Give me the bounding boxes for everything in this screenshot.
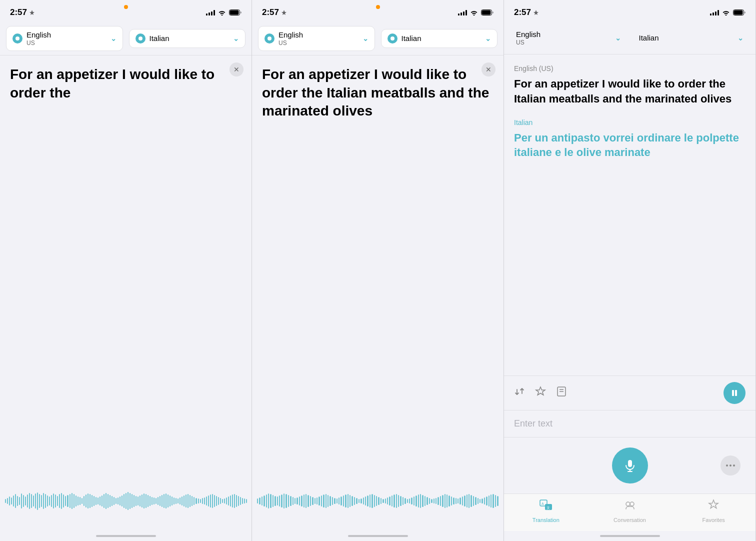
mic-icon (623, 458, 637, 472)
wave-bar (25, 496, 26, 506)
wave-bar (15, 494, 16, 508)
orange-dot-2 (376, 5, 380, 9)
wave-bar (296, 498, 298, 504)
wave-bar (220, 498, 221, 504)
lang-btn-english-2[interactable]: English US ⌄ (258, 26, 375, 51)
tab-conversation[interactable]: Conversation (588, 498, 672, 523)
action-bar (504, 376, 756, 410)
lang-btn-italian-3[interactable]: Italian ⌄ (633, 30, 750, 46)
wave-bar (321, 496, 322, 506)
wave-bar (132, 494, 132, 508)
wave-bar (180, 498, 180, 504)
wave-bar (33, 496, 34, 506)
wave-bar (334, 498, 335, 504)
tab-conversation-label: Conversation (614, 517, 646, 523)
tab-favorites[interactable]: Favorites (672, 498, 756, 523)
wave-bar (367, 496, 368, 506)
wave-bar (418, 494, 419, 508)
wave-bar (482, 498, 482, 504)
wave-bar (308, 495, 308, 507)
wave-bar (9, 496, 10, 506)
wifi-icon-1 (218, 10, 226, 16)
more-button[interactable] (720, 456, 740, 476)
wave-bar (380, 498, 382, 504)
wave-bar (78, 496, 78, 506)
book-icon[interactable] (556, 386, 567, 400)
wave-bar (146, 494, 146, 508)
wave-bar (74, 494, 74, 508)
wave-bar (279, 496, 280, 506)
lang-sub-en-3: US (516, 39, 611, 46)
wave-bar (431, 499, 432, 503)
wave-bar (17, 496, 18, 506)
wave-bar (192, 496, 192, 506)
lang-btn-italian-2[interactable]: Italian ⌄ (381, 29, 498, 48)
wave-bar (475, 497, 476, 505)
wave-bar (190, 495, 190, 507)
wave-bar (168, 494, 168, 508)
lang-btn-italian-1[interactable]: Italian ⌄ (129, 29, 246, 48)
wave-bar (82, 498, 82, 504)
favorites-tab-icon (706, 498, 720, 515)
wave-bar (194, 497, 194, 505)
wave-bar (488, 496, 490, 506)
wave-bar (404, 498, 406, 504)
wave-bar (51, 495, 52, 507)
wave-bar (411, 498, 412, 504)
wave-bar (184, 496, 184, 506)
mic-button[interactable] (612, 448, 648, 484)
wave-bar (45, 494, 46, 508)
wave-bar (120, 496, 120, 506)
swap-icon[interactable] (514, 386, 525, 400)
main-content-2: ✕ For an appetizer I would like to order… (252, 56, 504, 531)
wave-bar (114, 497, 114, 505)
waveform-bars-1 (5, 481, 246, 521)
wave-bar (76, 496, 76, 506)
lang-sub-en-2: US (278, 40, 358, 46)
wave-bar (400, 496, 401, 506)
lang-name-en-2: English (278, 30, 358, 40)
star-icon[interactable] (535, 386, 546, 400)
svg-rect-10 (735, 390, 737, 396)
wave-bar (490, 494, 492, 508)
battery-icon-3 (733, 10, 746, 16)
wave-bar (234, 494, 235, 508)
battery-icon-1 (229, 10, 242, 16)
wave-bar (144, 494, 144, 508)
svg-point-16 (733, 464, 735, 466)
wave-bar (409, 498, 410, 504)
status-bar-1: 2:57 (0, 0, 252, 22)
wave-bar (304, 494, 304, 508)
wave-bar (328, 495, 328, 507)
tab-translation-label: Translation (532, 517, 560, 523)
wave-bar (402, 497, 404, 505)
lang-btn-english-1[interactable]: English US ⌄ (6, 26, 123, 51)
tab-translation[interactable]: A 文 Translation (504, 498, 588, 523)
phone-2: 2:57 (252, 0, 504, 541)
signal-icon-1 (206, 10, 215, 16)
wave-bar (340, 496, 342, 506)
pause-button[interactable] (724, 382, 746, 404)
wave-bar (21, 494, 22, 508)
phone-1: 2:57 (0, 0, 252, 541)
status-icons-2 (458, 10, 494, 16)
lang-btn-english-3[interactable]: English US ⌄ (510, 26, 627, 50)
translation-section: English (US) For an appetizer I would li… (504, 54, 756, 376)
home-indicator-3 (504, 531, 756, 541)
wave-bar (352, 496, 352, 506)
wave-bar (436, 498, 436, 504)
text-input-area[interactable]: Enter text (504, 410, 756, 438)
wave-bar (420, 494, 421, 508)
wave-bar (468, 494, 470, 508)
svg-point-22 (630, 502, 634, 506)
wave-bar (270, 494, 271, 508)
wave-bar (440, 496, 441, 506)
wave-bar (497, 496, 498, 506)
wave-bar (272, 495, 274, 507)
time-3: 2:57 (514, 8, 539, 18)
wave-bar (294, 498, 296, 504)
wave-bar (288, 495, 289, 507)
wave-bar (429, 498, 430, 504)
wave-bar (246, 499, 247, 503)
location-icon-3 (533, 10, 539, 16)
